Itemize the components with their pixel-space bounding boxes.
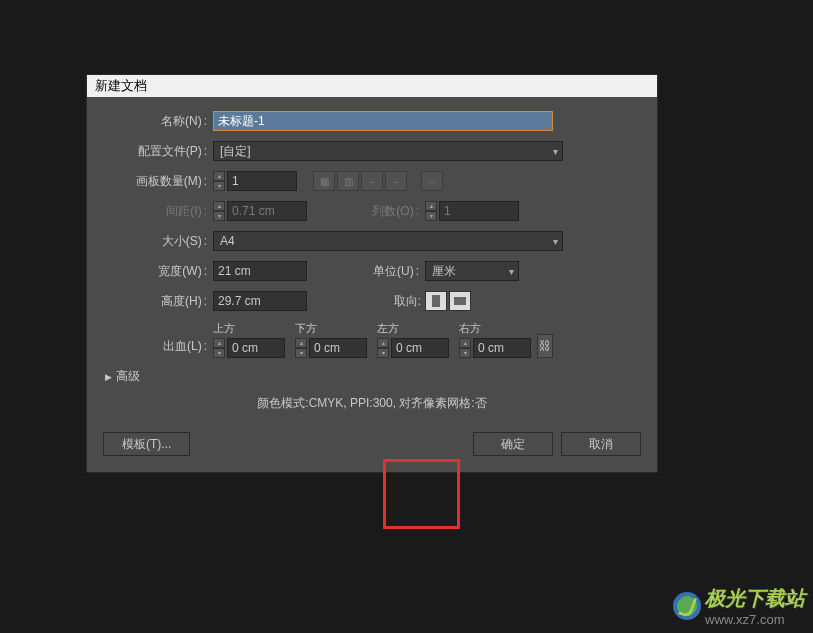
layout-grid-row-icon[interactable]: ▦ [313,171,335,191]
bleed-left-input[interactable] [391,338,449,358]
artboard-count-input[interactable] [227,171,297,191]
bleed-left-label: 左方 [377,321,449,336]
spacing-input [227,201,307,221]
bleed-link-button[interactable]: ⛓ [537,334,553,358]
link-icon: ⛓ [539,339,551,353]
bleed-top-input[interactable] [227,338,285,358]
artboard-count-spinner[interactable]: ▴ ▾ [213,171,225,191]
spinner-down-icon[interactable]: ▾ [213,181,225,191]
watermark-logo-icon [673,592,701,620]
size-select[interactable]: A4 [213,231,563,251]
columns-label: 列数(O): [307,203,425,220]
dialog-content: 名称(N): 配置文件(P): [自定] 画板数量(M): ▴ ▾ ▦ ▥ → … [87,97,657,472]
artboard-count-label: 画板数量(M): [103,173,213,190]
spacing-label: 间距(I): [103,203,213,220]
watermark: 极光下载站 www.xz7.com [673,585,805,627]
bleed-right-input[interactable] [473,338,531,358]
new-document-dialog: 新建文档 名称(N): 配置文件(P): [自定] 画板数量(M): ▴ ▾ ▦… [86,74,658,473]
layout-row-icon[interactable]: → [361,171,383,191]
portrait-icon [432,295,440,307]
name-input[interactable] [213,111,553,131]
layout-col-icon[interactable]: ← [385,171,407,191]
bleed-top-label: 上方 [213,321,285,336]
dialog-title: 新建文档 [87,75,657,97]
color-mode-info: 颜色模式:CMYK, PPI:300, 对齐像素网格:否 [103,395,641,412]
size-label: 大小(S): [103,233,213,250]
orientation-portrait-button[interactable] [425,291,447,311]
cancel-button[interactable]: 取消 [561,432,641,456]
layout-arrange-icon[interactable]: → [421,171,443,191]
width-input[interactable] [213,261,307,281]
chevron-right-icon: ▶ [105,372,112,382]
bleed-right-spinner[interactable]: ▴▾ [459,338,471,358]
width-label: 宽度(W): [103,263,213,280]
orientation-label: 取向: [307,293,425,310]
spinner-down-icon: ▾ [213,211,225,221]
bleed-label: 出血(L): [103,338,213,358]
height-input[interactable] [213,291,307,311]
columns-input [439,201,519,221]
spinner-up-icon: ▴ [425,201,437,211]
layout-grid-col-icon[interactable]: ▥ [337,171,359,191]
bleed-top-spinner[interactable]: ▴▾ [213,338,225,358]
units-select[interactable]: 厘米 [425,261,519,281]
spinner-down-icon: ▾ [425,211,437,221]
spinner-up-icon[interactable]: ▴ [213,171,225,181]
ok-button[interactable]: 确定 [473,432,553,456]
height-label: 高度(H): [103,293,213,310]
spacing-spinner: ▴ ▾ [213,201,225,221]
spinner-up-icon: ▴ [213,201,225,211]
orientation-landscape-button[interactable] [449,291,471,311]
bleed-bottom-spinner[interactable]: ▴▾ [295,338,307,358]
watermark-url: www.xz7.com [705,612,805,627]
watermark-brand: 极光下载站 [705,585,805,612]
landscape-icon [454,297,466,305]
units-label: 单位(U): [307,263,425,280]
dialog-footer: 模板(T)... 确定 取消 [103,432,641,462]
template-button[interactable]: 模板(T)... [103,432,190,456]
bleed-bottom-label: 下方 [295,321,367,336]
bleed-left-spinner[interactable]: ▴▾ [377,338,389,358]
columns-spinner: ▴ ▾ [425,201,437,221]
bleed-bottom-input[interactable] [309,338,367,358]
bleed-right-label: 右方 [459,321,531,336]
profile-select[interactable]: [自定] [213,141,563,161]
profile-label: 配置文件(P): [103,143,213,160]
name-label: 名称(N): [103,113,213,130]
advanced-disclosure[interactable]: ▶ 高级 [105,368,641,385]
